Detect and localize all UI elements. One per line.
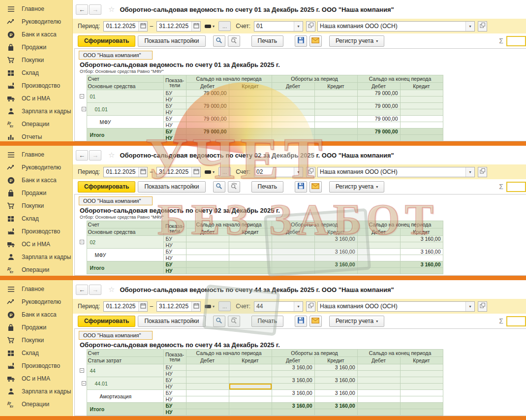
account-open-button[interactable] [306,301,315,312]
sidebar-item-5[interactable]: Склад [0,66,72,79]
sidebar-item-1[interactable]: Руководителю [0,15,72,28]
value-cell[interactable] [186,268,229,274]
value-cell[interactable] [272,122,314,129]
sidebar-item-0[interactable]: Главное [0,283,72,295]
sum-input[interactable] [506,182,526,192]
value-cell[interactable] [357,135,400,141]
value-cell[interactable] [186,249,229,255]
value-cell[interactable] [272,242,314,249]
value-cell[interactable] [186,97,229,103]
value-cell[interactable]: 3 160,00 [272,364,314,371]
company-dropdown-button[interactable]: ▾ [465,22,474,31]
value-cell[interactable] [272,236,314,242]
account-dropdown-button[interactable]: ▾ [294,167,303,177]
sidebar-item-2[interactable]: РБанк и касса [0,308,72,321]
value-cell[interactable]: 3 160,00 [400,261,443,268]
back-button[interactable]: ← [76,150,88,161]
value-cell[interactable] [400,109,443,116]
value-cell[interactable] [186,109,229,116]
value-cell[interactable] [272,109,314,116]
value-cell[interactable] [357,396,400,403]
value-cell[interactable]: 3 160,00 [400,236,443,242]
account-input[interactable] [254,167,294,177]
value-cell[interactable] [229,364,272,371]
value-cell[interactable] [357,97,400,103]
tree-collapse-toggle[interactable]: − [80,94,84,98]
value-cell[interactable] [272,90,314,97]
calendar-button[interactable] [191,167,200,177]
value-cell[interactable] [400,384,443,390]
value-cell[interactable] [229,97,272,103]
back-button[interactable]: ← [76,4,88,15]
value-cell[interactable]: 3 160,00 [272,403,314,409]
value-cell[interactable] [314,409,357,416]
value-cell[interactable]: 3 160,00 [272,377,314,384]
sidebar-item-6[interactable]: Производство [0,79,72,92]
sidebar-item-0[interactable]: Главное [0,148,72,161]
sidebar-item-10[interactable]: Отчеты [0,130,72,141]
value-cell[interactable] [229,129,272,135]
period-preset-icon[interactable]: ▾ [205,304,215,309]
calendar-button[interactable] [138,22,147,31]
period-from-input[interactable] [104,167,138,177]
sidebar-item-6[interactable]: Производство [0,225,72,238]
value-cell[interactable] [400,90,443,97]
value-cell[interactable] [314,90,357,97]
value-cell[interactable] [400,371,443,377]
value-cell[interactable] [229,135,272,141]
value-cell[interactable] [357,371,400,377]
value-cell[interactable]: 3 160,00 [314,236,357,242]
period-to-input[interactable] [157,22,191,31]
value-cell[interactable] [186,364,229,371]
value-cell[interactable] [186,261,229,268]
value-cell[interactable] [272,97,314,103]
tree-collapse-toggle[interactable]: − [80,240,84,244]
value-cell[interactable] [229,90,272,97]
value-cell[interactable] [314,103,357,109]
calendar-button[interactable] [191,302,200,311]
value-cell[interactable] [229,403,272,409]
favorite-star-icon[interactable]: ☆ [108,5,115,14]
value-cell[interactable] [400,129,443,135]
value-cell[interactable] [186,396,229,403]
value-cell[interactable]: 79 000,00 [357,116,400,122]
sum-input[interactable] [506,36,526,46]
value-cell[interactable] [357,255,400,261]
value-cell[interactable] [357,364,400,371]
sidebar-item-9[interactable]: ДтКтОперации [0,263,72,276]
company-dropdown-button[interactable]: ▾ [465,167,474,177]
value-cell[interactable]: 3 160,00 [272,390,314,396]
value-cell[interactable] [400,103,443,109]
value-cell[interactable] [229,103,272,109]
value-cell[interactable]: 79 000,00 [186,90,229,97]
account-open-button[interactable] [306,167,315,177]
value-cell[interactable] [314,384,357,390]
value-cell[interactable] [314,242,357,249]
print-button[interactable]: Печать [251,35,283,47]
back-button[interactable]: ← [76,285,88,295]
value-cell[interactable] [186,409,229,416]
value-cell[interactable] [186,122,229,129]
company-input[interactable] [318,167,465,177]
company-box[interactable]: ООО "Наша компания" [79,331,153,340]
company-input[interactable] [318,22,465,31]
period-from-input[interactable] [104,22,138,31]
value-cell[interactable] [186,236,229,242]
sidebar-item-6[interactable]: Производство [0,359,72,372]
email-button[interactable] [309,35,322,47]
period-more-button[interactable]: ... [218,167,231,177]
value-cell[interactable] [357,261,400,268]
value-cell[interactable] [357,249,400,255]
selected-cell[interactable] [229,384,272,390]
value-cell[interactable] [357,236,400,242]
value-cell[interactable] [357,122,400,129]
sidebar-item-4[interactable]: Покупки [0,334,72,347]
value-cell[interactable] [314,255,357,261]
period-preset-icon[interactable]: ▾ [205,24,215,29]
value-cell[interactable] [314,371,357,377]
show-settings-button[interactable]: Показать настройки [138,316,205,327]
value-cell[interactable]: 79 000,00 [357,103,400,109]
value-cell[interactable] [314,135,357,141]
value-cell[interactable]: 3 160,00 [314,403,357,409]
value-cell[interactable] [272,129,314,135]
